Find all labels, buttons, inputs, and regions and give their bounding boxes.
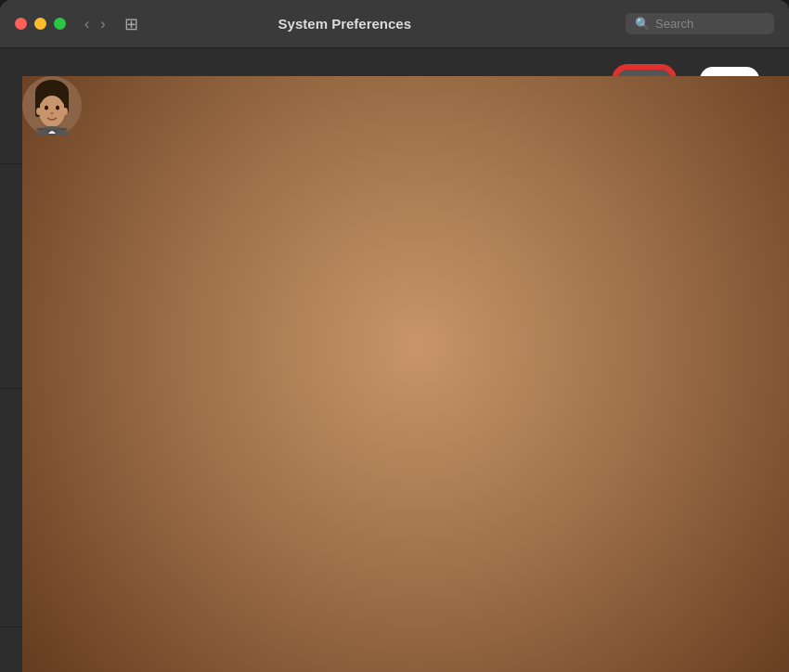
maximize-button[interactable] [54,18,66,30]
avatar-image [22,76,82,136]
search-input[interactable] [655,17,765,31]
svg-point-6 [50,112,54,115]
window-title: System Preferences [75,16,614,32]
minimize-button[interactable] [34,18,46,30]
svg-point-3 [39,96,65,127]
search-bar[interactable]: 🔍 [626,13,774,34]
svg-point-4 [45,106,48,110]
traffic-lights [15,18,66,30]
titlebar: ‹ › ⊞ System Preferences 🔍 [0,0,789,48]
profile-left: Erin Smith Apple ID, iCloud, Media & App… [22,76,291,136]
svg-point-5 [56,106,59,110]
search-icon: 🔍 [635,17,650,31]
system-preferences-window: ‹ › ⊞ System Preferences 🔍 [0,0,789,672]
svg-point-9 [36,108,42,115]
profile-section: Erin Smith Apple ID, iCloud, Media & App… [0,48,789,164]
avatar[interactable] [22,76,82,136]
svg-point-10 [62,108,68,115]
close-button[interactable] [15,18,27,30]
